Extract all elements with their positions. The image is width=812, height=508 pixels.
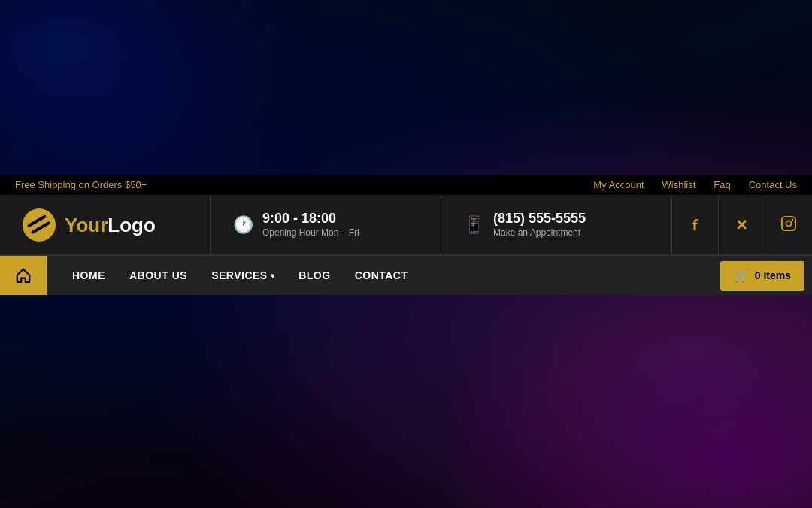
cart-button[interactable]: 🛒 0 Items: [720, 261, 804, 291]
contact-us-top-link[interactable]: Contact Us: [749, 179, 797, 190]
nav-blog[interactable]: BLOG: [288, 263, 341, 287]
nav-contact[interactable]: CONTACT: [344, 263, 419, 287]
phone-text: (815) 555-5555 Make an Appointment: [493, 211, 586, 239]
logo-icon: [23, 208, 56, 242]
header: YourLogo 🕐 9:00 - 18:00 Opening Hour Mon…: [0, 196, 812, 256]
logo-section: YourLogo: [0, 196, 211, 254]
navbar: HOME ABOUT US SERVICES ▾ BLOG CONTACT 🛒 …: [0, 256, 812, 295]
header-info: 🕐 9:00 - 18:00 Opening Hour Mon – Fri 📱 …: [211, 196, 812, 254]
twitter-icon: ✕: [735, 216, 748, 234]
shipping-promo: Free Shipping on Orders $50+: [15, 179, 147, 190]
phone-icon: 📱: [464, 215, 484, 235]
logo-your: Your: [65, 214, 108, 236]
svg-point-2: [792, 218, 794, 221]
hours-text: 9:00 - 18:00 Opening Hour Mon – Fri: [262, 211, 359, 239]
logo-logo: Logo: [108, 214, 156, 236]
phone-subtitle: Make an Appointment: [493, 227, 586, 239]
cart-count-label: 0 Items: [755, 269, 791, 281]
hours-subtitle: Opening Hour Mon – Fri: [262, 227, 359, 239]
hours-time: 9:00 - 18:00: [262, 211, 359, 227]
nav-home[interactable]: HOME: [62, 263, 116, 287]
home-icon-btn[interactable]: [0, 256, 47, 295]
facebook-link[interactable]: f: [672, 195, 719, 255]
bg-glow-purple: [436, 282, 812, 508]
twitter-link[interactable]: ✕: [719, 195, 765, 255]
svg-rect-0: [782, 216, 795, 230]
facebook-icon: f: [692, 215, 698, 235]
my-account-link[interactable]: My Account: [593, 179, 644, 190]
phone-block: 📱 (815) 555-5555 Make an Appointment: [441, 196, 672, 254]
cart-icon: 🛒: [734, 269, 749, 283]
logo-text: YourLogo: [65, 214, 156, 237]
services-dropdown-arrow: ▾: [271, 272, 275, 280]
top-bar: Free Shipping on Orders $50+ My Account …: [0, 175, 812, 196]
faq-link[interactable]: Faq: [714, 179, 730, 190]
instagram-icon: [780, 215, 797, 236]
phone-number: (815) 555-5555: [493, 211, 586, 227]
bg-glow-blue: [0, 0, 301, 188]
clock-icon: 🕐: [233, 215, 253, 235]
hours-block: 🕐 9:00 - 18:00 Opening Hour Mon – Fri: [211, 196, 441, 254]
instagram-link[interactable]: [765, 195, 812, 255]
nav-cart: 🛒 0 Items: [720, 256, 812, 295]
nav-services[interactable]: SERVICES ▾: [201, 263, 285, 287]
nav-links: HOME ABOUT US SERVICES ▾ BLOG CONTACT: [47, 256, 720, 295]
social-icons: f ✕: [672, 196, 812, 254]
nav-about-us[interactable]: ABOUT US: [119, 263, 198, 287]
site-wrapper: Free Shipping on Orders $50+ My Account …: [0, 175, 812, 295]
svg-point-1: [786, 221, 791, 226]
top-bar-links: My Account Wishlist Faq Contact Us: [593, 179, 797, 190]
wishlist-link[interactable]: Wishlist: [662, 179, 696, 190]
